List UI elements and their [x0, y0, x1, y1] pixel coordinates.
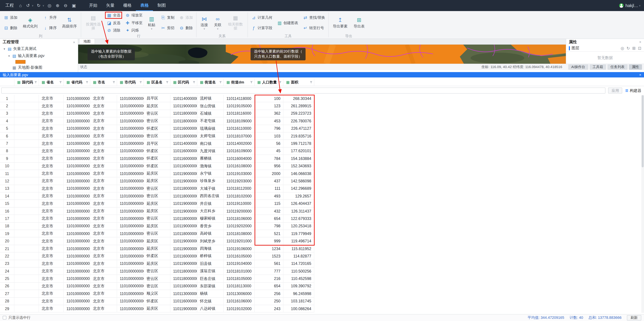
table-cell[interactable]: 798 — [254, 222, 284, 230]
join-button[interactable]: ⋈连接∨ — [199, 16, 210, 30]
paste-button[interactable]: ▥粘贴∨ — [146, 16, 157, 30]
row-number[interactable]: 9 — [0, 155, 14, 162]
table-cell[interactable]: 110119000000 — [170, 245, 197, 253]
table-cell[interactable] — [14, 260, 39, 268]
table-cell[interactable]: 怀柔区 — [144, 253, 170, 260]
table-cell[interactable]: 114.720165 — [284, 260, 314, 268]
table-cell[interactable]: 110.500256 — [284, 268, 314, 275]
table-cell[interactable]: 北京市 — [39, 208, 64, 215]
table-cell[interactable]: 110100000000 — [117, 117, 144, 125]
table-row[interactable]: 24北京市110100000000北京市110100000000密云区11011… — [0, 268, 644, 275]
table-cell[interactable]: 巨各庄镇 — [197, 275, 224, 283]
table-cell[interactable]: 110118116000 — [224, 110, 254, 117]
table-cell[interactable]: 110116109000 — [224, 147, 254, 155]
table-cell[interactable]: 110100000000 — [64, 200, 90, 208]
table-cell[interactable]: 北京市 — [39, 95, 64, 102]
export-table-button[interactable]: ⊞导出表 — [352, 17, 366, 29]
table-cell[interactable]: 654 — [254, 283, 284, 290]
zoom-out-icon[interactable]: ⊖ — [63, 3, 68, 8]
table-cell[interactable]: 956 — [254, 162, 284, 170]
row-number[interactable]: 23 — [0, 260, 14, 268]
scrollbar-thumb[interactable] — [642, 95, 644, 167]
clear-selection-button[interactable]: ⊘清除 — [106, 27, 122, 33]
table-cell[interactable]: 521 — [254, 230, 284, 238]
table-cell[interactable]: 密云区 — [144, 268, 170, 275]
filter-icon[interactable] — [279, 81, 282, 84]
table-cell[interactable]: 怀柔区 — [144, 298, 170, 305]
table-cell[interactable]: 142.586098 — [284, 178, 314, 185]
table-cell[interactable]: 119.496714 — [284, 238, 314, 245]
table-cell[interactable]: 110100000000 — [117, 268, 144, 275]
row-number[interactable]: 17 — [0, 215, 14, 223]
table-cell[interactable]: 北京市 — [90, 230, 117, 238]
table-row[interactable]: 16北京市110100000000北京市110100000000延庆区11011… — [0, 208, 644, 215]
table-cell[interactable]: 110116000000 — [170, 155, 197, 162]
table-cell[interactable] — [14, 283, 39, 290]
table-cell[interactable]: 110100000000 — [64, 102, 90, 110]
column-header[interactable]: ▦省代码 — [64, 79, 90, 86]
table-cell[interactable]: 110100000000 — [117, 208, 144, 215]
table-row[interactable]: 17北京市110100000000北京市110100000000密云区11011… — [0, 215, 644, 223]
table-cell[interactable]: 110100000000 — [117, 178, 144, 185]
table-row[interactable]: 10北京市110100000000北京市110100000000怀柔区11011… — [0, 162, 644, 170]
table-cell[interactable]: 110100000000 — [117, 125, 144, 132]
table-cell[interactable]: 密云区 — [144, 275, 170, 283]
table-cell[interactable]: 渤海镇 — [197, 162, 224, 170]
row-number[interactable]: 10 — [0, 162, 14, 170]
add-row-button[interactable]: ⊕添加 — [178, 15, 194, 20]
table-cell[interactable]: 219.835716 — [284, 132, 314, 140]
table-cell[interactable]: 2000 — [254, 170, 284, 178]
table-cell[interactable]: 110100000000 — [117, 102, 144, 110]
table-row[interactable]: 18北京市110100000000北京市110100000000延庆区11011… — [0, 222, 644, 230]
table-cell[interactable] — [14, 268, 39, 275]
calc-geometry-button[interactable]: ⊿计算几何 — [250, 15, 273, 20]
table-cell[interactable]: 110100000000 — [64, 298, 90, 305]
table-cell[interactable]: 110100000000 — [64, 208, 90, 215]
table-cell[interactable]: 北京市 — [39, 117, 64, 125]
table-cell[interactable]: 100.086264 — [284, 305, 314, 313]
table-row[interactable]: 19北京市110100000000北京市110100000000密云区11011… — [0, 230, 644, 238]
table-cell[interactable]: 110119000000 — [170, 102, 197, 110]
table-cell[interactable]: 香营乡 — [197, 222, 224, 230]
row-number[interactable]: 7 — [0, 140, 14, 147]
table-cell[interactable]: 100 — [254, 95, 284, 102]
dock-tab-properties[interactable]: 属性 — [629, 64, 642, 70]
table-cell[interactable]: 110100000000 — [117, 147, 144, 155]
table-cell[interactable]: 123 — [254, 102, 284, 110]
table-cell[interactable]: 110119000000 — [170, 200, 197, 208]
table-cell[interactable]: 110119000000 — [170, 238, 197, 245]
table-cell[interactable]: 110116004000 — [224, 155, 254, 162]
table-cell[interactable]: 110113000000 — [170, 290, 197, 298]
row-number[interactable]: 3 — [0, 110, 14, 117]
row-number[interactable]: 26 — [0, 283, 14, 290]
table-cell[interactable] — [14, 208, 39, 215]
table-cell[interactable]: 784 — [254, 155, 284, 162]
column-header[interactable]: ▦人口数量 — [254, 79, 284, 86]
table-cell[interactable] — [14, 155, 39, 162]
table-cell[interactable]: 刘斌堡乡 — [197, 238, 224, 245]
table-cell[interactable]: 北京市 — [90, 117, 117, 125]
table-row[interactable]: 28北京市110100000000北京市110100000000怀柔区11011… — [0, 298, 644, 305]
table-cell[interactable]: 石城镇 — [197, 110, 224, 117]
table-cell[interactable]: 110119103000 — [224, 170, 254, 178]
table-cell[interactable]: 北京市 — [39, 178, 64, 185]
row-number[interactable]: 21 — [0, 245, 14, 253]
table-cell[interactable]: 北京市 — [90, 95, 117, 102]
table-cell[interactable]: 北京市 — [90, 185, 117, 192]
table-cell[interactable]: 103 — [254, 132, 284, 140]
table-cell[interactable]: 旧县镇 — [197, 260, 224, 268]
table-cell[interactable] — [14, 230, 39, 238]
table-cell[interactable]: 北京市 — [39, 125, 64, 132]
table-cell[interactable]: 110100000000 — [64, 230, 90, 238]
table-cell[interactable]: 延庆区 — [144, 200, 170, 208]
table-cell[interactable]: 115.811952 — [284, 245, 314, 253]
column-header[interactable]: ▦省名 — [39, 79, 64, 86]
table-cell[interactable]: 北京市 — [90, 245, 117, 253]
table-cell[interactable]: 北京市 — [90, 208, 117, 215]
table-cell[interactable]: 110118000000 — [170, 283, 197, 290]
table-cell[interactable]: 110118000000 — [170, 132, 197, 140]
table-cell[interactable]: 雁栖镇 — [197, 155, 224, 162]
table-cell[interactable]: 177.620101 — [284, 147, 314, 155]
table-cell[interactable]: 怀柔区 — [144, 162, 170, 170]
table-cell[interactable]: 流村镇 — [197, 95, 224, 102]
